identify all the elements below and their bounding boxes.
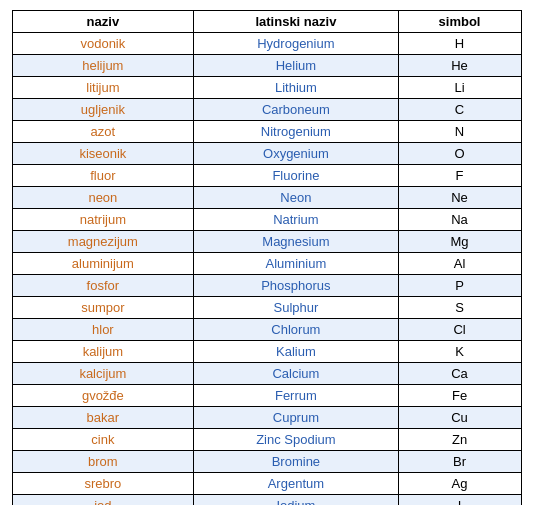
cell-simbol: Zn: [398, 429, 521, 451]
cell-latin: Oxygenium: [194, 143, 398, 165]
table-row: fluorFluorineF: [12, 165, 521, 187]
cell-naziv: fosfor: [12, 275, 194, 297]
cell-simbol: S: [398, 297, 521, 319]
cell-simbol: Al: [398, 253, 521, 275]
cell-simbol: F: [398, 165, 521, 187]
cell-naziv: vodonik: [12, 33, 194, 55]
cell-latin: Natrium: [194, 209, 398, 231]
header-naziv: naziv: [12, 11, 194, 33]
cell-simbol: I: [398, 495, 521, 506]
cell-naziv: neon: [12, 187, 194, 209]
cell-simbol: P: [398, 275, 521, 297]
table-row: jodIodiumI: [12, 495, 521, 506]
table-row: natrijumNatriumNa: [12, 209, 521, 231]
cell-simbol: O: [398, 143, 521, 165]
cell-latin: Kalium: [194, 341, 398, 363]
header-simbol: simbol: [398, 11, 521, 33]
table-row: gvožđeFerrumFe: [12, 385, 521, 407]
table-row: kalcijumCalciumCa: [12, 363, 521, 385]
cell-simbol: Br: [398, 451, 521, 473]
cell-simbol: Cl: [398, 319, 521, 341]
cell-latin: Fluorine: [194, 165, 398, 187]
cell-naziv: fluor: [12, 165, 194, 187]
cell-naziv: helijum: [12, 55, 194, 77]
cell-simbol: Fe: [398, 385, 521, 407]
table-row: azotNitrogeniumN: [12, 121, 521, 143]
cell-naziv: hlor: [12, 319, 194, 341]
table-row: kalijumKaliumK: [12, 341, 521, 363]
cell-simbol: K: [398, 341, 521, 363]
cell-latin: Sulphur: [194, 297, 398, 319]
cell-naziv: bakar: [12, 407, 194, 429]
cell-simbol: Ag: [398, 473, 521, 495]
cell-naziv: brom: [12, 451, 194, 473]
cell-naziv: jod: [12, 495, 194, 506]
table-row: srebroArgentumAg: [12, 473, 521, 495]
cell-simbol: N: [398, 121, 521, 143]
cell-latin: Phosphorus: [194, 275, 398, 297]
table-row: kiseonikOxygeniumO: [12, 143, 521, 165]
cell-naziv: kiseonik: [12, 143, 194, 165]
cell-naziv: natrijum: [12, 209, 194, 231]
cell-naziv: cink: [12, 429, 194, 451]
cell-simbol: C: [398, 99, 521, 121]
cell-latin: Calcium: [194, 363, 398, 385]
cell-latin: Ferrum: [194, 385, 398, 407]
cell-naziv: kalcijum: [12, 363, 194, 385]
cell-simbol: Ca: [398, 363, 521, 385]
table-row: aluminijumAluminiumAl: [12, 253, 521, 275]
cell-latin: Hydrogenium: [194, 33, 398, 55]
table-row: hlorChlorumCl: [12, 319, 521, 341]
cell-naziv: srebro: [12, 473, 194, 495]
cell-simbol: Ne: [398, 187, 521, 209]
cell-latin: Aluminium: [194, 253, 398, 275]
cell-latin: Neon: [194, 187, 398, 209]
cell-naziv: gvožđe: [12, 385, 194, 407]
cell-simbol: Cu: [398, 407, 521, 429]
cell-latin: Carboneum: [194, 99, 398, 121]
cell-naziv: kalijum: [12, 341, 194, 363]
table-row: vodonikHydrogeniumH: [12, 33, 521, 55]
cell-latin: Iodium: [194, 495, 398, 506]
table-row: magnezijumMagnesiumMg: [12, 231, 521, 253]
cell-latin: Zinc Spodium: [194, 429, 398, 451]
cell-simbol: Mg: [398, 231, 521, 253]
table-row: bakarCuprumCu: [12, 407, 521, 429]
table-row: sumporSulphurS: [12, 297, 521, 319]
cell-simbol: Li: [398, 77, 521, 99]
table-row: bromBromineBr: [12, 451, 521, 473]
cell-naziv: litijum: [12, 77, 194, 99]
elements-table: naziv latinski naziv simbol vodonikHydro…: [12, 10, 522, 505]
cell-naziv: aluminijum: [12, 253, 194, 275]
table-row: fosforPhosphorusP: [12, 275, 521, 297]
cell-latin: Helium: [194, 55, 398, 77]
cell-naziv: magnezijum: [12, 231, 194, 253]
cell-simbol: He: [398, 55, 521, 77]
cell-latin: Argentum: [194, 473, 398, 495]
cell-latin: Magnesium: [194, 231, 398, 253]
cell-simbol: H: [398, 33, 521, 55]
cell-naziv: sumpor: [12, 297, 194, 319]
table-row: litijumLithiumLi: [12, 77, 521, 99]
cell-latin: Lithium: [194, 77, 398, 99]
cell-latin: Chlorum: [194, 319, 398, 341]
table-row: helijumHeliumHe: [12, 55, 521, 77]
table-row: neonNeonNe: [12, 187, 521, 209]
cell-latin: Cuprum: [194, 407, 398, 429]
cell-naziv: azot: [12, 121, 194, 143]
cell-latin: Nitrogenium: [194, 121, 398, 143]
cell-simbol: Na: [398, 209, 521, 231]
cell-latin: Bromine: [194, 451, 398, 473]
header-latin: latinski naziv: [194, 11, 398, 33]
table-row: ugljenikCarboneumC: [12, 99, 521, 121]
cell-naziv: ugljenik: [12, 99, 194, 121]
table-row: cinkZinc SpodiumZn: [12, 429, 521, 451]
